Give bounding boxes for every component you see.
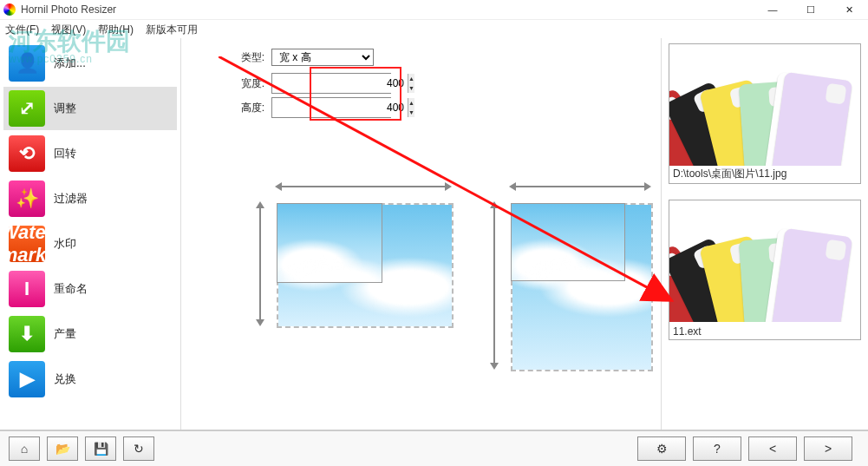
next-button[interactable]: > [804, 436, 852, 461]
menu-file[interactable]: 文件(F) [5, 23, 39, 37]
height-spinner[interactable]: ▲▼ [271, 97, 391, 118]
maximize-button[interactable]: ☐ [792, 0, 830, 19]
content-panel: 类型: 宽 x 高 宽度: ▲▼ 高度: ▲▼ [180, 38, 662, 431]
output-icon: ⬇ [9, 316, 45, 352]
height-dimension-arrow-after [493, 203, 495, 368]
refresh-button[interactable]: ↻ [123, 436, 154, 461]
width-spinner[interactable]: ▲▼ [271, 73, 391, 94]
width-dimension-arrow-after [511, 186, 649, 187]
height-spin-buttons[interactable]: ▲▼ [408, 98, 414, 117]
sidebar-item-label: 回转 [54, 146, 76, 161]
source-thumbnail[interactable]: D:\tools\桌面\图片\11.jpg [669, 43, 861, 184]
source-thumbnail-image [669, 44, 860, 166]
home-button[interactable]: ⌂ [9, 436, 40, 461]
save-button[interactable]: 💾 [85, 436, 116, 461]
sidebar-item-label: 过滤器 [54, 191, 88, 207]
preview-after-overlay [511, 203, 625, 281]
sidebar-item-label: 兑换 [54, 371, 76, 387]
main-area: 👤 添加... ⤢ 调整 ⟲ 回转 ✨ 过滤器 Watermark 水印 I 重… [0, 38, 868, 431]
sidebar: 👤 添加... ⤢ 调整 ⟲ 回转 ✨ 过滤器 Watermark 水印 I 重… [0, 38, 180, 431]
sidebar-item-output[interactable]: ⬇ 产量 [3, 312, 177, 356]
preview-panel: D:\tools\桌面\图片\11.jpg 11.ext [662, 38, 868, 431]
help-button[interactable]: ? [693, 436, 741, 461]
open-button[interactable]: 📂 [47, 436, 78, 461]
menu-updates[interactable]: 新版本可用 [146, 23, 198, 37]
resize-preview [259, 151, 675, 359]
filter-icon: ✨ [9, 180, 45, 217]
sidebar-item-filter[interactable]: ✨ 过滤器 [3, 177, 177, 220]
settings-button[interactable]: ⚙ [637, 436, 686, 461]
sidebar-item-label: 添加... [54, 56, 86, 71]
sidebar-item-label: 调整 [54, 101, 76, 116]
type-select[interactable]: 宽 x 高 [271, 49, 374, 66]
width-dimension-arrow-before [277, 186, 450, 187]
watermark-icon: Watermark [9, 226, 45, 262]
sidebar-item-watermark[interactable]: Watermark 水印 [3, 222, 177, 266]
height-input[interactable] [272, 98, 408, 117]
sidebar-item-label: 产量 [54, 326, 76, 342]
result-thumbnail-caption: 11.ext [673, 325, 702, 338]
minimize-button[interactable]: — [754, 0, 792, 19]
width-label: 宽度: [230, 76, 264, 91]
result-thumbnail[interactable]: 11.ext [669, 200, 861, 340]
preview-before-overlay [277, 203, 382, 283]
footer-toolbar: ⌂ 📂 💾 ↻ ⚙ ? < > [0, 430, 868, 466]
close-button[interactable]: ✕ [830, 0, 868, 19]
app-icon [3, 3, 16, 16]
sidebar-item-resize[interactable]: ⤢ 调整 [3, 87, 177, 130]
height-row: 高度: ▲▼ [230, 97, 391, 118]
rename-icon: I [9, 271, 45, 307]
rotate-icon: ⟲ [9, 135, 45, 172]
sidebar-item-rename[interactable]: I 重命名 [3, 267, 177, 311]
convert-icon: ▶ [9, 361, 45, 397]
width-row: 宽度: ▲▼ [230, 73, 391, 94]
resize-icon: ⤢ [9, 90, 45, 127]
type-label: 类型: [230, 50, 264, 65]
prev-button[interactable]: < [748, 436, 797, 461]
height-dimension-arrow-before [259, 203, 261, 325]
height-label: 高度: [230, 101, 264, 115]
window-title: Hornil Photo Resizer [21, 3, 116, 16]
sidebar-item-rotate[interactable]: ⟲ 回转 [3, 132, 177, 175]
width-input[interactable] [272, 74, 408, 93]
source-thumbnail-caption: D:\tools\桌面\图片\11.jpg [673, 167, 786, 181]
menu-view[interactable]: 视图(V) [51, 23, 86, 37]
type-row: 类型: 宽 x 高 [230, 49, 374, 66]
title-bar: Hornil Photo Resizer — ☐ ✕ [0, 0, 868, 20]
sidebar-item-add[interactable]: 👤 添加... [3, 42, 177, 85]
sidebar-item-label: 水印 [54, 236, 76, 252]
width-spin-buttons[interactable]: ▲▼ [408, 74, 414, 93]
menu-help[interactable]: 帮助(H) [98, 23, 134, 37]
sidebar-item-convert[interactable]: ▶ 兑换 [3, 358, 177, 401]
result-thumbnail-image [669, 200, 860, 322]
menu-bar: 文件(F) 视图(V) 帮助(H) 新版本可用 [0, 20, 868, 39]
sidebar-item-label: 重命名 [54, 281, 88, 297]
add-icon: 👤 [9, 45, 45, 82]
